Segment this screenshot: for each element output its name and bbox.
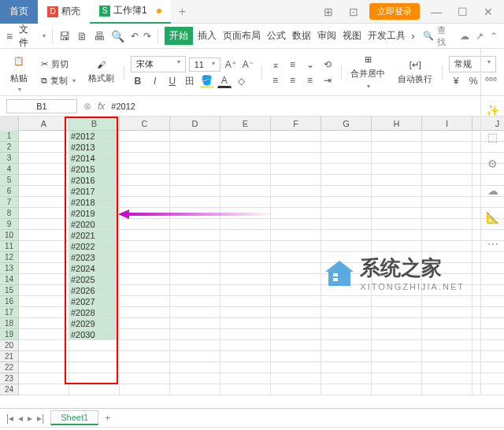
cell[interactable]: #2020 [69,219,120,230]
cell[interactable] [170,329,220,340]
row-head[interactable]: 6 [0,186,19,197]
cell[interactable] [422,318,472,329]
cell[interactable] [321,175,372,186]
cell[interactable] [170,274,220,285]
cell[interactable] [220,131,271,142]
cell[interactable]: #2030 [69,329,120,340]
cell[interactable] [19,175,69,186]
cell[interactable] [271,241,321,252]
cell[interactable] [321,219,372,230]
cell[interactable] [220,296,271,307]
border-button[interactable]: 田 [183,74,197,88]
cell[interactable] [271,153,321,164]
col-head-H[interactable]: H [372,117,422,130]
add-sheet-button[interactable]: + [105,413,110,424]
row-head[interactable]: 10 [0,230,19,241]
cell[interactable] [271,384,321,395]
search-box[interactable]: 🔍 查找 [423,24,454,48]
login-button[interactable]: 立即登录 [369,3,420,20]
cell[interactable] [120,296,170,307]
cell[interactable] [170,164,220,175]
cell[interactable] [271,208,321,219]
cell[interactable] [321,296,372,307]
cell[interactable] [19,384,69,395]
cell[interactable] [422,153,472,164]
cell[interactable] [271,307,321,318]
cell[interactable] [372,131,422,142]
cell[interactable]: #2013 [69,142,120,153]
cell[interactable] [372,285,422,296]
row-head[interactable]: 19 [0,329,19,340]
cell[interactable] [19,142,69,153]
cell[interactable] [271,340,321,351]
formula-input[interactable]: #2012 [111,102,135,111]
cell[interactable] [321,263,372,274]
cell[interactable] [220,307,271,318]
cut-button[interactable]: ✂剪切 [38,57,79,72]
cell[interactable] [321,274,372,285]
cell[interactable] [170,285,220,296]
cell[interactable] [422,296,472,307]
cell[interactable] [422,362,472,373]
cell[interactable] [120,219,170,230]
cell[interactable] [321,329,372,340]
cell[interactable] [170,241,220,252]
col-head-G[interactable]: G [321,117,372,130]
tab-review[interactable]: 审阅 [316,28,338,44]
cell[interactable] [19,153,69,164]
cell[interactable] [372,142,422,153]
undo-icon[interactable]: ↶ [131,31,139,42]
cell[interactable]: #2026 [69,285,120,296]
cell[interactable] [120,263,170,274]
cell[interactable] [69,384,120,395]
cell[interactable]: #2015 [69,164,120,175]
cell[interactable] [372,153,422,164]
workbook-tab[interactable]: S 工作簿1 [90,0,171,24]
cell[interactable] [422,175,472,186]
sidebar-ai-icon[interactable]: ✨ [486,104,499,117]
grid[interactable]: ABCDEFGHIJ 1#20122#20133#20144#20155#201… [0,117,504,408]
cell[interactable] [372,384,422,395]
col-head-B[interactable]: B [69,117,120,130]
saveas-icon[interactable]: 🗎 [76,30,87,43]
align-right-button[interactable]: ≡ [303,73,317,87]
cell[interactable] [271,318,321,329]
cell[interactable] [170,252,220,263]
cell[interactable] [422,373,472,384]
cell[interactable] [372,252,422,263]
share-icon[interactable]: ↗ [476,31,484,42]
italic-button[interactable]: I [148,74,162,88]
cell[interactable] [170,219,220,230]
cell[interactable] [120,307,170,318]
cell[interactable] [271,329,321,340]
cell[interactable] [120,373,170,384]
merge-button[interactable]: ⊞ 合并居中▾ [347,53,388,91]
cell[interactable] [321,307,372,318]
cell[interactable]: #2019 [69,208,120,219]
col-head-I[interactable]: I [422,117,472,130]
next-sheet-button[interactable]: ▸ [28,413,32,424]
cell[interactable] [120,252,170,263]
cell[interactable] [372,164,422,175]
cell[interactable] [321,241,372,252]
row-head[interactable]: 23 [0,373,19,384]
cell[interactable] [120,153,170,164]
cell[interactable]: #2021 [69,230,120,241]
sidebar-tool-icon[interactable]: 📐 [486,211,499,224]
cell[interactable] [19,131,69,142]
cell[interactable] [120,351,170,362]
cell[interactable] [170,131,220,142]
cell[interactable] [220,142,271,153]
cell[interactable] [220,208,271,219]
cell[interactable] [120,285,170,296]
cell[interactable] [372,329,422,340]
cell[interactable] [170,318,220,329]
cell[interactable] [220,285,271,296]
cell[interactable] [220,351,271,362]
cell[interactable] [422,252,472,263]
cell[interactable] [220,340,271,351]
cell[interactable] [372,340,422,351]
cell[interactable] [170,340,220,351]
cell[interactable] [321,373,372,384]
cell[interactable] [372,373,422,384]
